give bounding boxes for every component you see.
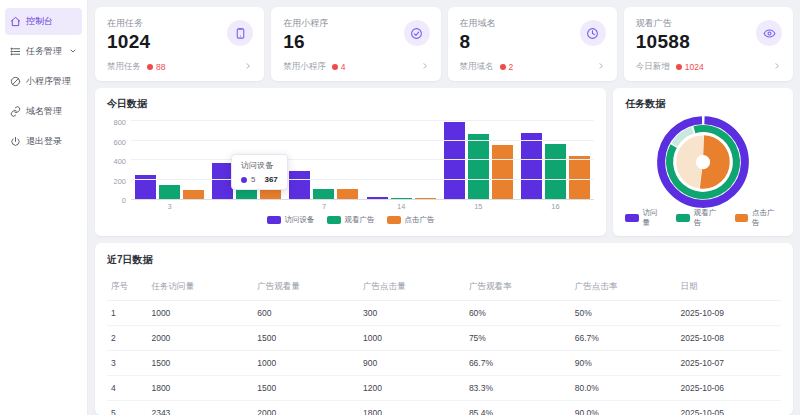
y-tick-label: 600 <box>113 137 126 146</box>
y-tick-label: 0 <box>122 196 126 205</box>
sidebar-item-label: 控制台 <box>26 15 53 28</box>
legend-item[interactable]: 访问量 <box>625 208 664 228</box>
stat-footer: 禁用任务 88 <box>107 61 252 73</box>
bar-观看广告 <box>391 198 412 199</box>
chevron-right-icon[interactable] <box>773 62 781 72</box>
column-header: 序号 <box>107 274 147 301</box>
sidebar-item-label: 任务管理 <box>26 45 62 58</box>
legend-label: 访问设备 <box>285 215 315 225</box>
table-row: 1100060030060%50%2025-10-09 <box>107 301 781 326</box>
table-cell: 2000 <box>253 401 359 415</box>
bar-观看广告 <box>159 185 180 199</box>
stat-sub-value: 2 <box>509 62 514 72</box>
table-cell: 2025-10-07 <box>677 351 782 376</box>
column-header: 广告观看量 <box>253 274 359 301</box>
legend-label: 观看广告 <box>694 208 723 228</box>
table-row: 418001500120083.3%80.0%2025-10-06 <box>107 376 781 401</box>
chevron-right-icon[interactable] <box>244 62 252 72</box>
legend-item[interactable]: 点击广告 <box>387 215 435 225</box>
legend-label: 点击广告 <box>405 215 435 225</box>
column-header: 广告观看率 <box>465 274 571 301</box>
bar-观看广告 <box>545 144 566 199</box>
stat-sub-label: 禁用小程序 <box>283 61 326 73</box>
table-cell: 60% <box>465 301 571 326</box>
check-circle-icon <box>404 20 430 46</box>
stat-sub-value: 88 <box>156 62 165 72</box>
sidebar-item-domain[interactable]: 域名管理 <box>5 98 82 125</box>
table-cell: 1000 <box>359 326 465 351</box>
table-cell: 600 <box>253 301 359 326</box>
chevron-right-icon[interactable] <box>597 62 605 72</box>
stat-footer: 今日新增 1024 <box>636 61 781 73</box>
sidebar-item-miniapp[interactable]: 小程序管理 <box>5 68 82 95</box>
legend-item[interactable]: 观看广告 <box>327 215 375 225</box>
stat-sub-value: 1024 <box>685 62 704 72</box>
table-cell: 2000 <box>147 326 253 351</box>
chart-title: 任务数据 <box>625 97 781 111</box>
bar-观看广告 <box>313 189 334 199</box>
table-cell: 2025-10-09 <box>677 301 782 326</box>
chart-title: 今日数据 <box>107 97 594 111</box>
table-row: 31500100090066.7%90%2025-10-07 <box>107 351 781 376</box>
stat-card-active-domains: 在用域名 8 禁用域名 2 <box>448 7 617 81</box>
table-cell: 90% <box>571 351 677 376</box>
column-header: 任务访问量 <box>147 274 253 301</box>
bar-点击广告 <box>337 189 358 199</box>
table-cell: 900 <box>359 351 465 376</box>
table-cell: 66.7% <box>465 351 571 376</box>
bar-访问设备 <box>367 197 388 199</box>
legend-item[interactable]: 点击广告 <box>735 208 781 228</box>
legend-item[interactable]: 观看广告 <box>676 208 722 228</box>
table-cell: 2025-10-05 <box>677 401 782 415</box>
bar-点击广告 <box>492 145 513 199</box>
sidebar-item-console[interactable]: 控制台 <box>5 8 82 35</box>
chevron-down-icon <box>69 47 77 57</box>
bar-访问设备 <box>444 122 465 199</box>
stat-card-active-miniapps: 在用小程序 16 禁用小程序 4 <box>271 7 440 81</box>
gridline <box>131 179 594 180</box>
alert-dot-icon <box>500 64 506 70</box>
chevron-right-icon[interactable] <box>421 62 429 72</box>
x-tick-label: 16 <box>517 202 594 211</box>
stat-footer: 禁用域名 2 <box>460 61 605 73</box>
y-axis: 0200400600800 <box>107 118 131 200</box>
legend-swatch <box>676 214 689 222</box>
table-cell: 1800 <box>359 401 465 415</box>
weekly-data-table-card: 近7日数据 序号任务访问量广告观看量广告点击量广告观看率广告点击率日期 1100… <box>95 243 793 415</box>
sidebar-item-label: 域名管理 <box>26 105 62 118</box>
gridline <box>131 159 594 160</box>
table-cell: 1200 <box>359 376 465 401</box>
bar-访问设备 <box>521 133 542 199</box>
donut-chart <box>654 113 752 211</box>
bar-chart-legend: 访问设备观看广告点击广告 <box>107 213 594 227</box>
stat-sub-label: 禁用域名 <box>460 61 494 73</box>
legend-item[interactable]: 访问设备 <box>267 215 315 225</box>
stat-footer: 禁用小程序 4 <box>283 61 428 73</box>
table-cell: 4 <box>107 376 147 401</box>
tooltip-title: 访问设备 <box>241 160 278 171</box>
table-cell: 1000 <box>253 351 359 376</box>
sidebar-item-logout[interactable]: 退出登录 <box>5 128 82 155</box>
alert-dot-icon <box>147 64 153 70</box>
legend-label: 观看广告 <box>345 215 375 225</box>
legend-swatch <box>327 216 341 224</box>
power-icon <box>10 136 21 147</box>
chart-tooltip: 访问设备 5 367 <box>231 154 288 190</box>
bar-点击广告 <box>415 198 436 199</box>
sidebar-item-tasks[interactable]: 任务管理 <box>5 38 82 65</box>
bar-观看广告 <box>468 134 489 199</box>
table-body: 1100060030060%50%2025-10-092200015001000… <box>107 301 781 415</box>
bar-plot: 访问设备 5 367 <box>131 118 594 200</box>
main-content: 在用任务 1024 禁用任务 88 在用小程序 16 禁用小程序 <box>88 0 800 415</box>
legend-label: 访问量 <box>643 208 665 228</box>
stat-card-active-tasks: 在用任务 1024 禁用任务 88 <box>95 7 264 81</box>
table-cell: 85.4% <box>465 401 571 415</box>
y-tick-label: 800 <box>113 118 126 127</box>
table-cell: 1000 <box>147 301 253 326</box>
column-header: 日期 <box>677 274 782 301</box>
stat-sub-label: 禁用任务 <box>107 61 141 73</box>
sidebar-item-label: 退出登录 <box>26 135 62 148</box>
alert-dot-icon <box>332 64 338 70</box>
table-cell: 1800 <box>147 376 253 401</box>
table-cell: 2025-10-06 <box>677 376 782 401</box>
